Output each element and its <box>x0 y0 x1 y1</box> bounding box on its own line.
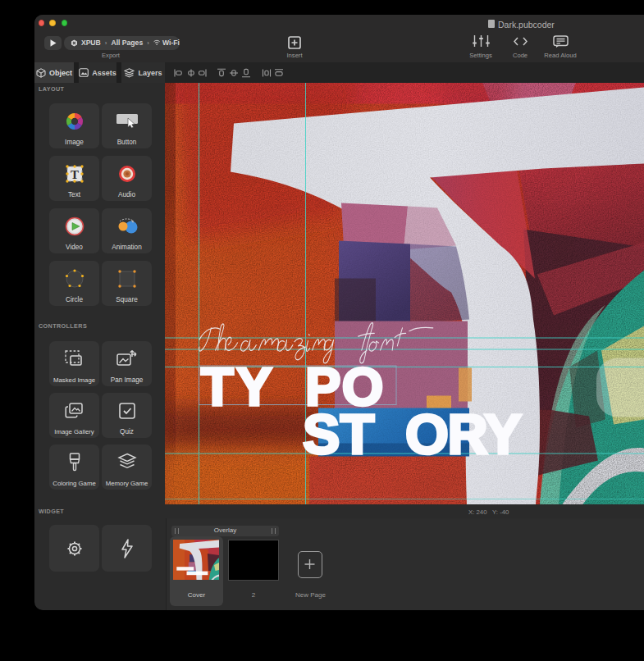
svg-text:TY: TY <box>201 357 275 417</box>
svg-text:ST: ST <box>303 403 375 465</box>
svg-text:ORY: ORY <box>405 403 521 465</box>
svg-text:T: T <box>70 168 78 181</box>
